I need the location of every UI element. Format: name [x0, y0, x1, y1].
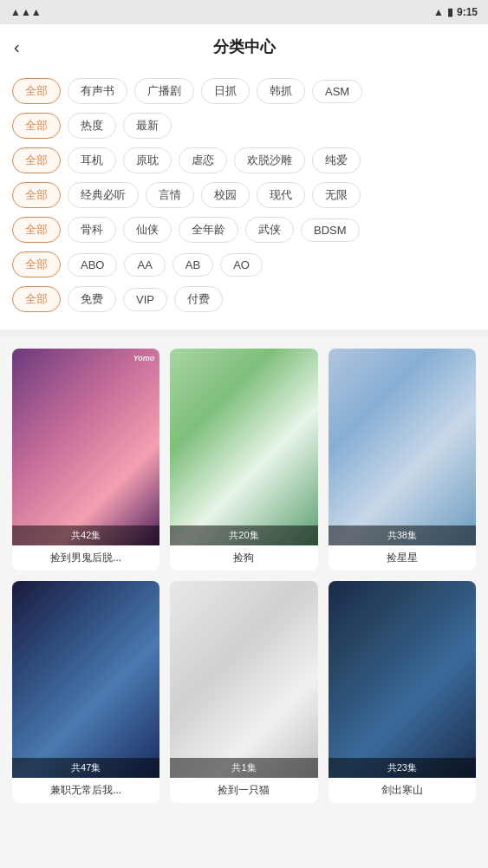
- filter-section: 全部有声书广播剧日抓韩抓ASM全部热度最新全部耳机原耽虐恋欢脱沙雕纯爱全部经典必…: [0, 69, 488, 330]
- filter-row-6: 全部免费VIP付费: [12, 286, 476, 312]
- filter-tag-4-4[interactable]: 武侠: [245, 217, 294, 243]
- episode-count: 共1集: [170, 758, 317, 778]
- filter-tag-0-0[interactable]: 全部: [12, 78, 61, 104]
- filter-tag-6-1[interactable]: 免费: [68, 286, 116, 312]
- filter-tag-4-3[interactable]: 全年龄: [179, 217, 238, 243]
- time: 9:15: [457, 6, 478, 18]
- filter-tag-4-0[interactable]: 全部: [12, 217, 61, 243]
- section-divider: [0, 330, 488, 336]
- filter-tag-5-3[interactable]: AB: [172, 253, 213, 277]
- status-bar: ▲▲▲ ▲ ▮ 9:15: [0, 0, 488, 24]
- episode-count: 共23集: [329, 758, 476, 778]
- signal-icon: ▲▲▲: [10, 6, 42, 18]
- page-title: 分类中心: [213, 36, 276, 57]
- filter-tag-3-0[interactable]: 全部: [12, 182, 61, 208]
- list-item[interactable]: Yomo共42集捡到男鬼后脱...: [12, 349, 159, 571]
- filter-tag-0-1[interactable]: 有声书: [68, 78, 127, 104]
- status-left: ▲▲▲: [10, 6, 42, 18]
- wifi-icon: ▲: [433, 6, 444, 18]
- battery-icon: ▮: [447, 6, 453, 18]
- filter-tag-5-4[interactable]: AO: [220, 253, 263, 277]
- content-grid: Yomo共42集捡到男鬼后脱...共20集捡狗共38集捡星星共47集兼职无常后我…: [12, 349, 476, 803]
- card-cover-3: 共47集: [12, 581, 159, 778]
- filter-tag-5-2[interactable]: AA: [124, 253, 165, 277]
- card-cover-0: Yomo共42集: [12, 349, 159, 545]
- filter-tag-5-0[interactable]: 全部: [12, 251, 61, 277]
- card-title: 捡到一只猫: [170, 778, 317, 803]
- filter-tag-4-1[interactable]: 骨科: [68, 217, 116, 243]
- filter-tag-3-5[interactable]: 无限: [312, 182, 361, 208]
- filter-tag-6-0[interactable]: 全部: [12, 286, 61, 312]
- filter-tag-6-3[interactable]: 付费: [174, 286, 223, 312]
- header: ‹ 分类中心: [0, 24, 488, 69]
- list-item[interactable]: 共1集捡到一只猫: [170, 581, 317, 803]
- filter-tag-0-5[interactable]: ASM: [312, 80, 362, 103]
- card-cover-2: 共38集: [329, 349, 476, 545]
- card-title: 剑出寒山: [329, 778, 476, 803]
- filter-tag-3-1[interactable]: 经典必听: [68, 182, 139, 208]
- filter-tag-2-4[interactable]: 欢脱沙雕: [234, 147, 305, 173]
- status-right: ▲ ▮ 9:15: [433, 6, 478, 18]
- list-item[interactable]: 共23集剑出寒山: [329, 581, 476, 803]
- filter-tag-1-1[interactable]: 热度: [68, 113, 116, 139]
- filter-tag-0-3[interactable]: 日抓: [201, 78, 250, 104]
- filter-tag-2-0[interactable]: 全部: [12, 147, 61, 173]
- filter-tag-3-4[interactable]: 现代: [257, 182, 305, 208]
- filter-row-1: 全部热度最新: [12, 113, 476, 139]
- filter-row-0: 全部有声书广播剧日抓韩抓ASM: [12, 78, 476, 104]
- filter-tag-4-2[interactable]: 仙侠: [123, 217, 172, 243]
- filter-tag-6-2[interactable]: VIP: [123, 288, 167, 311]
- filter-tag-1-2[interactable]: 最新: [123, 113, 172, 139]
- card-cover-4: 共1集: [170, 581, 317, 778]
- list-item[interactable]: 共38集捡星星: [329, 349, 476, 571]
- filter-tag-4-5[interactable]: BDSM: [301, 219, 360, 242]
- filter-row-3: 全部经典必听言情校园现代无限: [12, 182, 476, 208]
- episode-count: 共47集: [12, 758, 159, 778]
- list-item[interactable]: 共20集捡狗: [170, 349, 317, 571]
- card-cover-1: 共20集: [170, 349, 317, 545]
- content-section: Yomo共42集捡到男鬼后脱...共20集捡狗共38集捡星星共47集兼职无常后我…: [0, 336, 488, 803]
- filter-tag-3-3[interactable]: 校园: [201, 182, 250, 208]
- episode-count: 共38集: [329, 525, 476, 545]
- filter-row-4: 全部骨科仙侠全年龄武侠BDSM: [12, 217, 476, 243]
- filter-tag-0-4[interactable]: 韩抓: [257, 78, 305, 104]
- card-title: 兼职无常后我...: [12, 778, 159, 803]
- filter-tag-2-1[interactable]: 耳机: [68, 147, 116, 173]
- card-title: 捡到男鬼后脱...: [12, 545, 159, 571]
- filter-row-5: 全部ABOAAABAO: [12, 251, 476, 277]
- filter-tag-2-2[interactable]: 原耽: [123, 147, 172, 173]
- filter-tag-5-1[interactable]: ABO: [68, 253, 117, 277]
- episode-count: 共42集: [12, 525, 159, 545]
- list-item[interactable]: 共47集兼职无常后我...: [12, 581, 159, 803]
- filter-tag-3-2[interactable]: 言情: [146, 182, 194, 208]
- card-title: 捡星星: [329, 545, 476, 571]
- filter-tag-2-5[interactable]: 纯爱: [312, 147, 361, 173]
- episode-count: 共20集: [170, 525, 317, 545]
- filter-tag-2-3[interactable]: 虐恋: [179, 147, 227, 173]
- filter-row-2: 全部耳机原耽虐恋欢脱沙雕纯爱: [12, 147, 476, 173]
- filter-tag-1-0[interactable]: 全部: [12, 113, 61, 139]
- back-button[interactable]: ‹: [14, 37, 20, 57]
- filter-tag-0-2[interactable]: 广播剧: [134, 78, 194, 104]
- card-cover-5: 共23集: [329, 581, 476, 778]
- cover-logo: Yomo: [133, 354, 155, 362]
- card-title: 捡狗: [170, 545, 317, 571]
